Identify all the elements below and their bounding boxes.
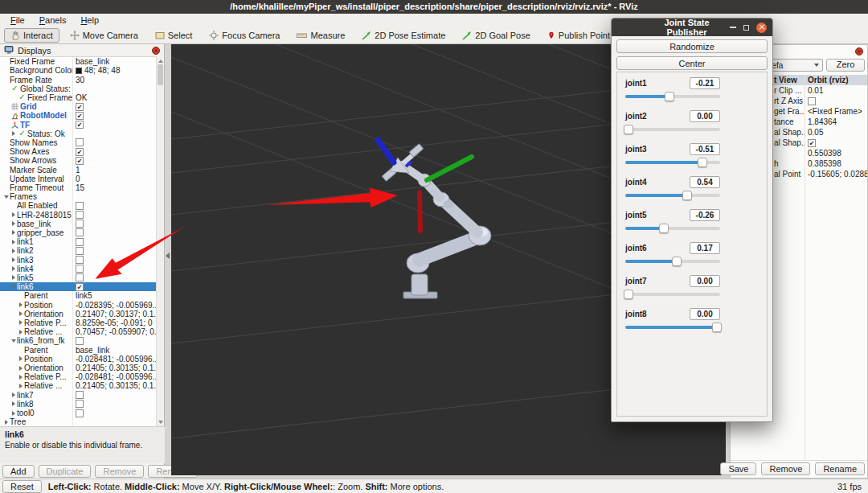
joint-slider-joint7[interactable] [625,290,720,299]
remove-button[interactable]: Remove [761,462,810,475]
menu-file[interactable]: File [3,14,32,27]
expand-icon[interactable] [10,392,17,397]
expand-icon[interactable] [10,240,17,244]
checkbox-unchecked[interactable] [808,97,816,105]
tree-row-link3[interactable]: link3 [0,255,157,264]
collapse-icon[interactable] [2,195,10,199]
checkbox-unchecked[interactable] [76,256,84,264]
tree-row-global-status-ok[interactable]: ✓Global Status: Ok [0,84,157,93]
tree-row-frame-timeout[interactable]: Frame Timeout15 [0,183,157,192]
save-button[interactable]: Save [720,462,756,475]
tree-row-link7[interactable]: link7 [0,391,157,400]
expand-icon[interactable] [10,230,17,235]
checkbox-unchecked[interactable] [76,391,84,399]
maximize-icon[interactable] [743,25,749,31]
tree-row-relative-p[interactable]: Relative P...8.8259e-05; -0.091; 0 [0,318,157,327]
tree-row-link6-from-fk[interactable]: link6_from_fk [0,336,157,345]
expand-icon[interactable] [17,384,24,388]
dialog-title-bar[interactable]: Joint State Publisher [612,18,772,36]
tree-row-parent[interactable]: Parentlink5 [0,291,157,300]
expand-icon[interactable] [2,420,10,425]
checkbox-checked[interactable] [76,121,84,129]
checkbox-checked[interactable] [76,157,84,165]
checkbox-unchecked[interactable] [76,138,84,146]
tree-row-update-interval[interactable]: Update Interval0 [0,175,157,183]
tree-row-link5[interactable]: link5 [0,273,157,282]
checkbox-unchecked[interactable] [76,337,84,345]
tree-row-show-names[interactable]: Show Names [0,138,157,147]
expand-icon[interactable] [10,212,17,217]
checkbox-checked[interactable] [76,148,84,156]
tree-row-link8[interactable]: link8 [0,400,157,409]
expand-icon[interactable] [10,411,17,416]
checkbox-unchecked[interactable] [76,238,84,246]
close-icon[interactable] [756,23,767,33]
slider-handle[interactable] [682,191,692,200]
close-icon[interactable] [152,47,160,55]
tree-row-relative-p[interactable]: Relative P...-0.028481; -0.005996... [0,372,157,381]
expand-icon[interactable] [10,401,17,406]
joint-slider-joint8[interactable] [625,323,720,332]
slider-handle[interactable] [659,224,669,233]
checkbox-unchecked[interactable] [76,409,84,417]
checkbox-checked[interactable] [808,139,816,147]
add-button[interactable]: Add [2,465,35,478]
menu-panels[interactable]: Panels [32,14,74,27]
tree-row-relative[interactable]: Relative ...0.70457; -0.059907; 0... [0,327,157,336]
tool-select[interactable]: Select [149,28,199,43]
joint-slider-joint2[interactable] [625,125,720,134]
tool-2d-pose-estimate[interactable]: 2D Pose Estimate [355,28,452,43]
zero-button[interactable]: Zero [826,59,865,72]
tree-row-parent[interactable]: Parentbase_link [0,346,157,355]
checkbox-unchecked[interactable] [76,202,84,210]
tool-publish-point[interactable]: Publish Point [541,28,616,43]
tree-row-marker-scale[interactable]: Marker Scale1 [0,165,157,174]
joint-value-input[interactable]: -0.51 [690,143,720,155]
tree-row-base-link[interactable]: base_link [0,220,157,228]
expand-icon[interactable] [17,330,24,335]
collapse-icon[interactable] [10,339,17,343]
slider-handle[interactable] [624,290,633,299]
tree-row-fixed-frame[interactable]: Fixed Framebase_link [0,57,157,66]
checkbox-checked[interactable] [76,103,84,111]
checkbox-checked[interactable] [76,283,84,291]
checkbox-unchecked[interactable] [76,265,84,273]
slider-handle[interactable] [698,158,707,167]
tree-row-background-color[interactable]: Background Color48; 48; 48 [0,66,157,75]
collapse-icon[interactable] [10,286,17,289]
expand-icon[interactable] [17,320,24,325]
slider-track[interactable] [625,128,720,131]
tree-row-gripper-base[interactable]: gripper_base [0,228,157,237]
tree-row-tree[interactable]: Tree [0,417,157,426]
reset-button[interactable]: Reset [2,480,42,493]
expand-icon[interactable] [17,311,24,316]
scroll-up-icon[interactable] [158,60,163,63]
expand-icon[interactable] [10,249,17,253]
tree-row-frames[interactable]: Frames [0,192,157,201]
tool-move-camera[interactable]: Move Camera [63,28,145,43]
slider-handle[interactable] [712,323,722,332]
tree-row-tool0[interactable]: tool0 [0,409,157,417]
tree-row-frame-rate[interactable]: Frame Rate30 [0,75,157,84]
minimize-icon[interactable] [730,27,736,28]
joint-value-input[interactable]: 0.00 [690,275,720,287]
tree-row-link6[interactable]: link6 [0,282,157,291]
joint-value-input[interactable]: -0.26 [690,209,720,221]
expand-icon[interactable] [17,356,24,361]
tree-row-position[interactable]: Position-0.028481; -0.005996... [0,355,157,364]
joint-value-input[interactable]: -0.21 [690,77,720,89]
expand-icon[interactable] [17,375,24,380]
joint-slider-joint5[interactable] [625,224,720,233]
scroll-down-icon[interactable] [158,421,163,424]
tool-measure[interactable]: Measure [290,28,351,43]
expand-icon[interactable] [17,302,24,307]
joint-slider-joint6[interactable] [625,257,720,266]
scroll-thumb[interactable] [158,64,163,85]
checkbox-unchecked[interactable] [76,400,84,408]
randomize-button[interactable]: Randomize [616,39,768,53]
joint-value-input[interactable]: 0.17 [690,242,720,254]
tree-row-grid[interactable]: Grid [0,102,157,111]
checkbox-unchecked[interactable] [76,273,84,281]
joint-value-input[interactable]: 0.54 [690,176,720,188]
tree-row-position[interactable]: Position-0.028395; -0.005969... [0,300,157,309]
